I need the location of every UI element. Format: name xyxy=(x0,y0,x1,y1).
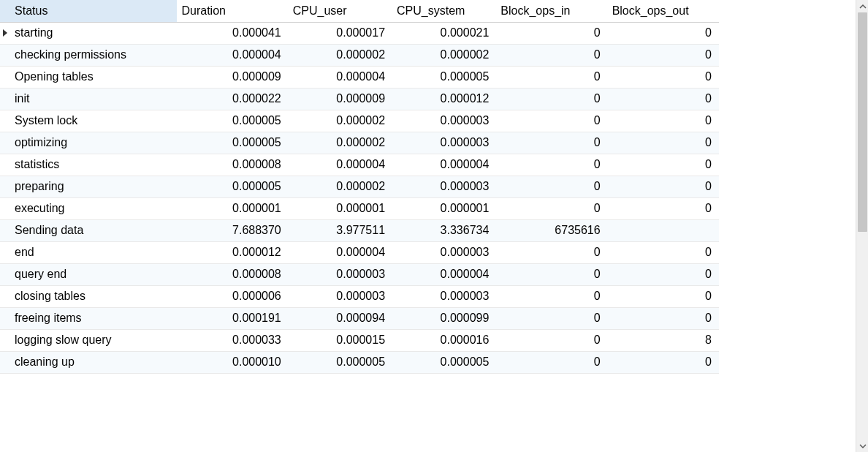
cell-block-ops-in[interactable]: 6735616 xyxy=(496,219,607,241)
cell-cpu-system[interactable]: 0.000003 xyxy=(392,241,496,263)
table-row[interactable]: starting0.0000410.0000170.00002100 xyxy=(0,22,719,44)
cell-block-ops-in[interactable]: 0 xyxy=(496,132,607,154)
cell-duration[interactable]: 0.000005 xyxy=(177,176,288,197)
cell-cpu-system[interactable]: 0.000005 xyxy=(392,66,496,88)
cell-status[interactable]: cleaning up xyxy=(10,351,177,373)
table-row[interactable]: optimizing0.0000050.0000020.00000300 xyxy=(0,132,719,154)
cell-status[interactable]: Opening tables xyxy=(10,66,177,88)
table-row[interactable]: statistics0.0000080.0000040.00000400 xyxy=(0,154,719,176)
cell-block-ops-in[interactable]: 0 xyxy=(496,110,607,132)
cell-block-ops-out[interactable]: 0 xyxy=(608,307,719,329)
cell-block-ops-out[interactable]: 0 xyxy=(608,197,719,219)
cell-cpu-user[interactable]: 0.000094 xyxy=(289,307,392,329)
cell-block-ops-out[interactable]: 0 xyxy=(608,241,719,263)
cell-cpu-system[interactable]: 0.000003 xyxy=(392,110,496,132)
cell-block-ops-out[interactable]: 0 xyxy=(608,88,719,110)
cell-cpu-user[interactable]: 0.000002 xyxy=(289,176,392,197)
cell-status[interactable]: System lock xyxy=(10,110,177,132)
cell-duration[interactable]: 0.000022 xyxy=(177,88,288,110)
cell-cpu-system[interactable]: 0.000003 xyxy=(392,176,496,197)
cell-block-ops-out[interactable]: 0 xyxy=(608,285,719,307)
table-row[interactable]: init0.0000220.0000090.00001200 xyxy=(0,88,719,110)
cell-cpu-user[interactable]: 0.000002 xyxy=(289,110,392,132)
table-row[interactable]: freeing items0.0001910.0000940.00009900 xyxy=(0,307,719,329)
scroll-down-button[interactable] xyxy=(856,440,868,452)
cell-duration[interactable]: 7.688370 xyxy=(177,219,288,241)
cell-cpu-system[interactable]: 0.000001 xyxy=(392,197,496,219)
cell-cpu-user[interactable]: 0.000005 xyxy=(289,351,392,373)
cell-block-ops-out[interactable]: 0 xyxy=(608,263,719,285)
cell-block-ops-in[interactable]: 0 xyxy=(496,351,607,373)
cell-status[interactable]: statistics xyxy=(10,154,177,176)
column-header-duration[interactable]: Duration xyxy=(177,0,288,22)
cell-block-ops-in[interactable]: 0 xyxy=(496,329,607,351)
cell-cpu-user[interactable]: 0.000003 xyxy=(289,263,392,285)
cell-cpu-system[interactable]: 0.000021 xyxy=(392,22,496,44)
table-row[interactable]: executing0.0000010.0000010.00000100 xyxy=(0,197,719,219)
cell-block-ops-in[interactable]: 0 xyxy=(496,241,607,263)
cell-block-ops-in[interactable]: 0 xyxy=(496,263,607,285)
column-header-block-ops-in[interactable]: Block_ops_in xyxy=(496,0,607,22)
cell-block-ops-in[interactable]: 0 xyxy=(496,307,607,329)
cell-status[interactable]: starting xyxy=(10,22,177,44)
vertical-scrollbar[interactable] xyxy=(856,0,868,452)
cell-cpu-system[interactable]: 0.000004 xyxy=(392,154,496,176)
cell-status[interactable]: optimizing xyxy=(10,132,177,154)
cell-cpu-system[interactable]: 0.000099 xyxy=(392,307,496,329)
cell-cpu-user[interactable]: 0.000004 xyxy=(289,241,392,263)
cell-duration[interactable]: 0.000005 xyxy=(177,110,288,132)
column-header-cpu-system[interactable]: CPU_system xyxy=(392,0,496,22)
cell-block-ops-in[interactable]: 0 xyxy=(496,44,607,66)
table-row[interactable]: query end0.0000080.0000030.00000400 xyxy=(0,263,719,285)
cell-duration[interactable]: 0.000010 xyxy=(177,351,288,373)
cell-duration[interactable]: 0.000001 xyxy=(177,197,288,219)
cell-duration[interactable]: 0.000004 xyxy=(177,44,288,66)
cell-block-ops-out[interactable]: 0 xyxy=(608,22,719,44)
column-header-status[interactable]: Status xyxy=(10,0,177,22)
cell-block-ops-in[interactable]: 0 xyxy=(496,176,607,197)
cell-cpu-user[interactable]: 0.000004 xyxy=(289,154,392,176)
cell-duration[interactable]: 0.000005 xyxy=(177,132,288,154)
cell-cpu-user[interactable]: 0.000001 xyxy=(289,197,392,219)
cell-duration[interactable]: 0.000191 xyxy=(177,307,288,329)
cell-block-ops-out[interactable]: 8 xyxy=(608,329,719,351)
cell-duration[interactable]: 0.000006 xyxy=(177,285,288,307)
cell-block-ops-in[interactable]: 0 xyxy=(496,66,607,88)
cell-block-ops-out[interactable]: 0 xyxy=(608,351,719,373)
cell-block-ops-out[interactable]: 0 xyxy=(608,154,719,176)
cell-block-ops-in[interactable]: 0 xyxy=(496,154,607,176)
cell-block-ops-out[interactable]: 0 xyxy=(608,132,719,154)
cell-duration[interactable]: 0.000033 xyxy=(177,329,288,351)
table-row[interactable]: Opening tables0.0000090.0000040.00000500 xyxy=(0,66,719,88)
cell-status[interactable]: closing tables xyxy=(10,285,177,307)
cell-status[interactable]: init xyxy=(10,88,177,110)
cell-block-ops-in[interactable]: 0 xyxy=(496,88,607,110)
table-row[interactable]: closing tables0.0000060.0000030.00000300 xyxy=(0,285,719,307)
cell-status[interactable]: executing xyxy=(10,197,177,219)
cell-cpu-system[interactable]: 0.000002 xyxy=(392,44,496,66)
cell-block-ops-out[interactable]: 0 xyxy=(608,66,719,88)
cell-cpu-user[interactable]: 3.977511 xyxy=(289,219,392,241)
cell-duration[interactable]: 0.000012 xyxy=(177,241,288,263)
cell-cpu-system[interactable]: 3.336734 xyxy=(392,219,496,241)
cell-block-ops-out[interactable]: 0 xyxy=(608,176,719,197)
cell-block-ops-out[interactable]: 0 xyxy=(608,110,719,132)
cell-cpu-system[interactable]: 0.000004 xyxy=(392,263,496,285)
cell-status[interactable]: Sending data xyxy=(10,219,177,241)
cell-cpu-user[interactable]: 0.000017 xyxy=(289,22,392,44)
cell-duration[interactable]: 0.000008 xyxy=(177,263,288,285)
table-row[interactable]: end0.0000120.0000040.00000300 xyxy=(0,241,719,263)
cell-cpu-user[interactable]: 0.000009 xyxy=(289,88,392,110)
cell-status[interactable]: end xyxy=(10,241,177,263)
cell-duration[interactable]: 0.000008 xyxy=(177,154,288,176)
table-row[interactable]: checking permissions0.0000040.0000020.00… xyxy=(0,44,719,66)
cell-cpu-user[interactable]: 0.000003 xyxy=(289,285,392,307)
table-row[interactable]: Sending data7.6883703.9775113.3367346735… xyxy=(0,219,719,241)
cell-block-ops-in[interactable]: 0 xyxy=(496,285,607,307)
cell-status[interactable]: checking permissions xyxy=(10,44,177,66)
cell-block-ops-out[interactable]: 0 xyxy=(608,44,719,66)
cell-cpu-system[interactable]: 0.000016 xyxy=(392,329,496,351)
cell-block-ops-in[interactable]: 0 xyxy=(496,22,607,44)
cell-cpu-user[interactable]: 0.000004 xyxy=(289,66,392,88)
table-row[interactable]: cleaning up0.0000100.0000050.00000500 xyxy=(0,351,719,373)
